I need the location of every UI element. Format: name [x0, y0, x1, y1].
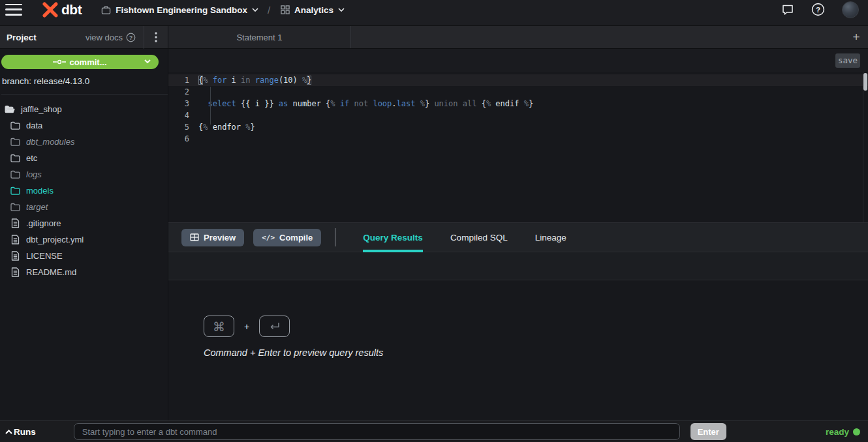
new-tab-button[interactable]: + [848, 26, 864, 48]
compile-button[interactable]: </> Compile [253, 229, 321, 246]
tree-item-label: data [26, 121, 42, 130]
file-icon [10, 218, 20, 228]
code-line-6: 6 [168, 133, 868, 145]
tree-item-etc[interactable]: etc [0, 150, 168, 166]
command-key-icon: ⌘ [204, 316, 234, 337]
dbt-logo: dbt [42, 1, 82, 18]
enter-button[interactable]: Enter [690, 423, 726, 440]
line-number: 3 [168, 98, 198, 110]
chevron-down-icon [338, 8, 345, 12]
git-commit-icon [53, 59, 66, 65]
file-explorer-sidebar: commit... branch: release/4.13.0 jaffle_… [0, 49, 168, 420]
project-name: Analytics [294, 5, 333, 15]
tree-item-label: .gitignore [26, 218, 61, 228]
tree-item-models[interactable]: models [0, 183, 168, 199]
folder-icon [10, 186, 20, 195]
project-dropdown[interactable]: Analytics [281, 5, 345, 15]
tree-item-label: README.md [26, 267, 76, 277]
tree-item-logs[interactable]: logs [0, 166, 168, 183]
tab-label: Statement 1 [236, 33, 282, 42]
code-line-2: 2 [168, 86, 868, 98]
editor-tabstrip: Statement 1 + [168, 26, 868, 48]
tree-item-license[interactable]: LICENSE [0, 248, 168, 264]
code-line-4: 4 [168, 110, 868, 121]
tree-item-readme-md[interactable]: README.md [0, 264, 168, 280]
breadcrumb-separator: / [268, 5, 270, 16]
compile-label: Compile [279, 233, 313, 243]
line-number: 5 [168, 121, 198, 133]
code-line-3: 3 select {{ i }} as number {% if not loo… [168, 98, 868, 110]
hamburger-menu-icon[interactable] [5, 3, 22, 16]
line-number: 6 [168, 133, 198, 145]
command-bar: Runs Enter ready [0, 420, 868, 442]
chevron-down-icon [252, 8, 258, 12]
dbt-command-input[interactable] [74, 423, 680, 440]
top-navigation-bar: dbt Fishtown Engineering Sandbox / [0, 0, 868, 26]
account-name: Fishtown Engineering Sandbox [116, 5, 247, 15]
preview-label: Preview [204, 233, 236, 243]
preview-button[interactable]: Preview [181, 229, 244, 246]
code-icon: </> [262, 233, 275, 242]
line-number: 4 [168, 110, 198, 121]
svg-text:?: ? [816, 6, 820, 14]
folder-icon [10, 170, 20, 179]
commit-label: commit... [69, 57, 106, 67]
tree-item--gitignore[interactable]: .gitignore [0, 215, 168, 231]
sidebar-title: Project [7, 33, 37, 42]
view-docs-link[interactable]: view docs ? [85, 33, 144, 42]
chat-icon[interactable] [781, 3, 794, 16]
code-editor[interactable]: 1{% for i in range(10) %}23 select {{ i … [168, 72, 868, 223]
file-icon [10, 235, 20, 244]
folder-icon [10, 138, 20, 146]
code-line-5: 5{% endfor %} [168, 121, 868, 133]
results-panel-toolbar: Preview </> Compile Query ResultsCompile… [168, 223, 868, 252]
tree-item-target[interactable]: target [0, 199, 168, 215]
save-button[interactable]: save [835, 53, 860, 68]
folder-open-icon [5, 105, 15, 113]
briefcase-icon [101, 5, 111, 15]
query-results-empty-state: ⌘ + Command + Enter to preview query res… [168, 280, 868, 420]
results-tab-query-results[interactable]: Query Results [363, 223, 423, 252]
commit-chevron-icon [144, 59, 151, 63]
folder-icon [10, 203, 20, 211]
results-tab-lineage[interactable]: Lineage [535, 223, 566, 252]
results-tab-compiled-sql[interactable]: Compiled SQL [450, 223, 508, 252]
view-docs-label: view docs [85, 33, 123, 42]
chevron-up-icon [5, 430, 12, 434]
tree-item-label: jaffle_shop [21, 104, 62, 114]
runs-label: Runs [14, 427, 36, 437]
file-icon [10, 267, 20, 277]
plus-sign: + [244, 321, 249, 332]
tree-item-label: etc [26, 153, 37, 163]
editor-actions-row: save [168, 49, 868, 72]
tree-item-label: LICENSE [26, 251, 63, 261]
branch-label: branch: release/4.13.0 [1, 69, 168, 95]
enter-key-icon [259, 316, 290, 337]
status-dot-icon [853, 428, 860, 435]
tree-item-jaffle-shop[interactable]: jaffle_shop [0, 101, 168, 117]
line-number: 1 [168, 74, 198, 86]
tab-statement-1[interactable]: Statement 1 [168, 26, 351, 48]
tree-item-label: models [26, 186, 54, 196]
results-subheader [168, 252, 868, 280]
commit-button[interactable]: commit... [1, 55, 159, 69]
editor-scrollbar[interactable] [863, 72, 868, 222]
header-row: Project view docs ? Statement 1 + [0, 26, 868, 49]
scrollbar-thumb[interactable] [863, 73, 867, 91]
account-dropdown[interactable]: Fishtown Engineering Sandbox [101, 5, 258, 15]
help-icon[interactable]: ? [811, 3, 825, 16]
dbt-logo-icon [42, 1, 59, 18]
tree-item-dbt-modules[interactable]: dbt_modules [0, 134, 168, 150]
results-tabs: Query ResultsCompiled SQLLineage [363, 223, 593, 252]
tree-item-label: logs [26, 169, 42, 179]
sidebar-menu-icon[interactable] [144, 32, 168, 42]
tree-item-dbt-project-yml[interactable]: dbt_project.yml [0, 231, 168, 248]
tree-item-label: dbt_modules [26, 137, 74, 147]
code-line-1: 1{% for i in range(10) %} [168, 74, 868, 86]
svg-text:?: ? [129, 34, 132, 40]
runs-drawer-toggle[interactable]: Runs [5, 427, 36, 437]
table-icon [190, 233, 199, 241]
indent-guide [210, 87, 211, 125]
tree-item-data[interactable]: data [0, 117, 168, 134]
user-avatar[interactable] [842, 1, 859, 18]
